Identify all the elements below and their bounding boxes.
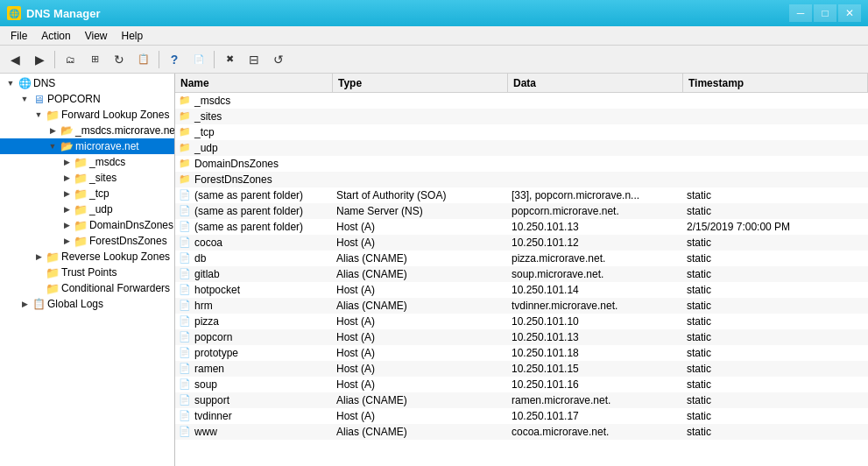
cell-name: 📁 DomainDnsZones: [175, 158, 333, 170]
toolbar-btn-2[interactable]: 📄: [187, 49, 210, 70]
tree-label-msdcs: _msdcs: [89, 156, 125, 168]
tree-item-forward-lookup[interactable]: ▼ 📁 Forward Lookup Zones: [0, 107, 174, 123]
cell-timestamp: static: [683, 347, 868, 359]
table-row[interactable]: 📄 soup Host (A) 10.250.101.16 static: [175, 377, 868, 392]
table-row[interactable]: 📄 ramen Host (A) 10.250.101.15 static: [175, 361, 868, 377]
table-row[interactable]: 📄 (same as parent folder) Start of Autho…: [175, 187, 868, 203]
tree-label-globallogs: Global Logs: [47, 298, 103, 310]
tree-item-msdcs[interactable]: ▶ 📁 _msdcs: [0, 154, 174, 170]
cell-data: pizza.microrave.net.: [508, 252, 683, 265]
tree-item-msdcs-microrave[interactable]: ▶ 📂 _msdcs.microrave.ne: [0, 123, 174, 138]
folder-icon-reverse: 📁: [46, 250, 60, 264]
table-row[interactable]: 📁 _udp: [175, 140, 868, 156]
window-controls: ─ □ ✕: [789, 4, 861, 22]
table-row[interactable]: 📁 _sites: [175, 109, 868, 124]
expand-reverse: ▶: [32, 250, 46, 264]
col-header-data[interactable]: Data: [508, 74, 683, 92]
table-row[interactable]: 📄 hrm Alias (CNAME) tvdinner.microrave.n…: [175, 298, 868, 314]
table-row[interactable]: 📄 tvdinner Host (A) 10.250.101.17 static: [175, 408, 868, 424]
col-header-type[interactable]: Type: [333, 74, 508, 92]
show-tree-button[interactable]: 🗂: [59, 49, 81, 70]
record-name: soup: [194, 378, 217, 391]
table-row[interactable]: 📄 www Alias (CNAME) cocoa.microrave.net.…: [175, 424, 868, 440]
tree-item-dns[interactable]: ▼ 🌐 DNS: [0, 75, 174, 91]
table-row[interactable]: 📄 (same as parent folder) Host (A) 10.25…: [175, 219, 868, 235]
tree-item-udp[interactable]: ▶ 📁 _udp: [0, 201, 174, 217]
refresh-button-2[interactable]: ↺: [267, 49, 290, 70]
menu-view[interactable]: View: [78, 28, 115, 44]
minimize-button[interactable]: ─: [789, 4, 812, 22]
record-name: popcorn: [194, 331, 232, 343]
table-row[interactable]: 📄 gitlab Alias (CNAME) soup.microrave.ne…: [175, 266, 868, 282]
tree-item-reverse[interactable]: ▶ 📁 Reverse Lookup Zones: [0, 249, 174, 265]
tree-label-forestdns: ForestDnsZones: [89, 235, 167, 247]
menu-help[interactable]: Help: [115, 28, 151, 44]
row-icon: 📄: [179, 268, 191, 280]
menu-action[interactable]: Action: [34, 28, 77, 44]
table-row[interactable]: 📁 _msdcs: [175, 93, 868, 109]
cell-data: 10.250.101.17: [508, 410, 683, 422]
cell-data: popcorn.microrave.net.: [508, 205, 683, 217]
close-button[interactable]: ✕: [838, 4, 861, 22]
cell-name: 📄 (same as parent folder): [175, 205, 333, 217]
tree-item-conditional[interactable]: ▶ 📁 Conditional Forwarders: [0, 280, 174, 296]
help-button[interactable]: ?: [163, 49, 186, 70]
table-row[interactable]: 📁 ForestDnsZones: [175, 172, 868, 187]
record-name: (same as parent folder): [194, 221, 303, 233]
row-icon: 📄: [179, 189, 191, 201]
cell-type: Alias (CNAME): [333, 394, 508, 406]
col-header-name[interactable]: Name: [175, 74, 333, 92]
cell-name: 📄 support: [175, 394, 333, 406]
tree-item-domaindns[interactable]: ▶ 📁 DomainDnsZones: [0, 217, 174, 233]
table-header: Name Type Data Timestamp: [175, 74, 868, 93]
zone-icon-2: 📂: [60, 139, 74, 153]
row-icon: 📁: [179, 126, 191, 138]
cell-type: Host (A): [333, 315, 508, 328]
toolbar: ◀ ▶ 🗂 ⊞ ↻ 📋 ? 📄 ✖ ⊟ ↺: [0, 46, 868, 74]
tree-item-globallogs[interactable]: ▶ 📋 Global Logs: [0, 296, 174, 312]
properties-button-1[interactable]: ⊞: [83, 49, 106, 70]
table-row[interactable]: 📄 (same as parent folder) Name Server (N…: [175, 203, 868, 219]
record-name: cocoa: [194, 237, 222, 249]
tree-item-popcorn[interactable]: ▼ 🖥 POPCORN: [0, 91, 174, 107]
row-icon: 📄: [179, 315, 191, 328]
table-row[interactable]: 📄 popcorn Host (A) 10.250.101.13 static: [175, 329, 868, 345]
row-icon: 📄: [179, 300, 191, 312]
export-button[interactable]: 📋: [132, 49, 155, 70]
table-row[interactable]: 📄 hotpocket Host (A) 10.250.101.14 stati…: [175, 282, 868, 298]
cell-timestamp: static: [683, 189, 868, 201]
table-row[interactable]: 📁 DomainDnsZones: [175, 156, 868, 172]
menu-file[interactable]: File: [4, 28, 34, 44]
cell-timestamp: static: [683, 237, 868, 249]
row-icon: 📄: [179, 347, 191, 359]
cell-name: 📄 cocoa: [175, 237, 333, 249]
cell-data: 10.250.101.18: [508, 347, 683, 359]
properties-button-2[interactable]: ⊟: [243, 49, 265, 70]
folder-icon-sites: 📁: [74, 171, 88, 185]
cell-type: Host (A): [333, 347, 508, 359]
forward-button[interactable]: ▶: [28, 49, 51, 70]
tree-item-trust[interactable]: ▶ 📁 Trust Points: [0, 265, 174, 280]
table-row[interactable]: 📄 db Alias (CNAME) pizza.microrave.net. …: [175, 251, 868, 266]
cell-type: Alias (CNAME): [333, 426, 508, 438]
table-row[interactable]: 📄 pizza Host (A) 10.250.101.10 static: [175, 314, 868, 329]
tree-item-microrave-net[interactable]: ▼ 📂 microrave.net: [0, 138, 174, 154]
restore-button[interactable]: □: [814, 4, 836, 22]
tree-item-tcp[interactable]: ▶ 📁 _tcp: [0, 186, 174, 201]
tree-label-msdcs-microrave: _msdcs.microrave.ne: [75, 124, 175, 137]
table-row[interactable]: 📄 cocoa Host (A) 10.250.101.12 static: [175, 235, 868, 251]
tree-item-forestdns[interactable]: ▶ 📁 ForestDnsZones: [0, 233, 174, 249]
table-row[interactable]: 📄 support Alias (CNAME) ramen.microrave.…: [175, 392, 868, 408]
menu-bar: File Action View Help: [0, 26, 868, 46]
tree-item-sites[interactable]: ▶ 📁 _sites: [0, 170, 174, 186]
table-row[interactable]: 📄 prototype Host (A) 10.250.101.18 stati…: [175, 345, 868, 361]
row-icon: 📄: [179, 205, 191, 217]
refresh-button-1[interactable]: ↻: [108, 49, 131, 70]
col-header-timestamp[interactable]: Timestamp: [683, 74, 868, 92]
back-button[interactable]: ◀: [4, 49, 26, 70]
cell-data: 10.250.101.14: [508, 284, 683, 296]
table-row[interactable]: 📁 _tcp: [175, 124, 868, 140]
delete-button[interactable]: ✖: [218, 49, 241, 70]
cell-name: 📄 db: [175, 252, 333, 265]
cell-type: Host (A): [333, 237, 508, 249]
